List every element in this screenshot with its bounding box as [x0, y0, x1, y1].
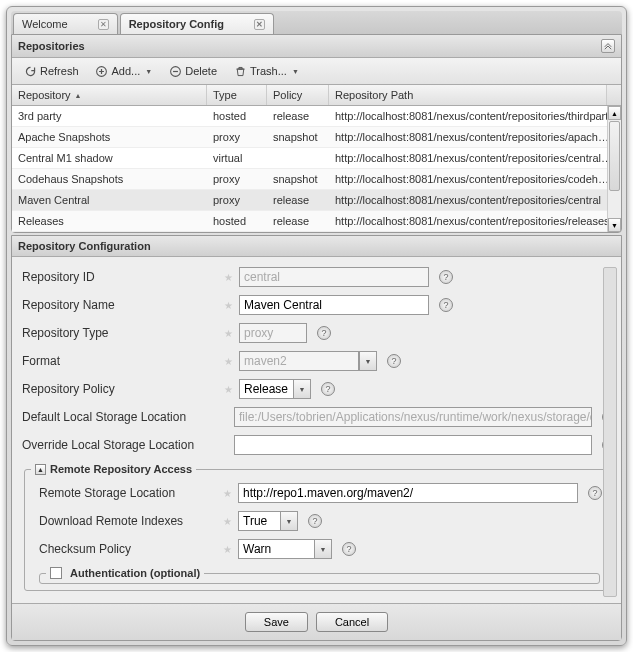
- table-row[interactable]: Apache Snapshotsproxysnapshothttp://loca…: [12, 127, 621, 148]
- tab-label: Repository Config: [129, 18, 224, 30]
- repo-type-label: Repository Type: [22, 326, 218, 340]
- table-row[interactable]: Codehaus Snapshotsproxysnapshothttp://lo…: [12, 169, 621, 190]
- help-icon[interactable]: ?: [342, 542, 356, 556]
- download-indexes-field[interactable]: [238, 511, 280, 531]
- chevron-down-icon[interactable]: ▼: [293, 379, 311, 399]
- auth-checkbox[interactable]: [50, 567, 62, 579]
- table-row[interactable]: Central M1 shadowvirtualhttp://localhost…: [12, 148, 621, 169]
- remote-location-label: Remote Storage Location: [31, 486, 217, 500]
- policy-combo[interactable]: ▼: [239, 379, 311, 399]
- remote-location-field[interactable]: [238, 483, 578, 503]
- required-icon: ★: [224, 356, 233, 367]
- save-button[interactable]: Save: [245, 612, 308, 632]
- toolbar: Refresh Add... ▼ Delete Trash... ▼: [12, 58, 621, 85]
- chevron-down-icon[interactable]: ▼: [280, 511, 298, 531]
- cell-type: proxy: [207, 190, 267, 210]
- panel-title: Repositories: [18, 40, 85, 52]
- delete-icon: [168, 64, 182, 78]
- scroll-down-icon[interactable]: ▼: [608, 218, 621, 232]
- cancel-button[interactable]: Cancel: [316, 612, 388, 632]
- cell-path: http://localhost:8081/nexus/content/repo…: [329, 127, 621, 147]
- format-field: maven2: [239, 351, 359, 371]
- table-row[interactable]: Releaseshostedreleasehttp://localhost:80…: [12, 211, 621, 232]
- cell-type: proxy: [207, 169, 267, 189]
- checksum-field[interactable]: [238, 539, 314, 559]
- refresh-icon: [23, 64, 37, 78]
- policy-label: Repository Policy: [22, 382, 218, 396]
- cell-repo: Central M1 shadow: [12, 148, 207, 168]
- column-policy[interactable]: Policy: [267, 85, 329, 105]
- tab-repository-config[interactable]: Repository Config ✕: [120, 13, 274, 34]
- add-icon: [95, 64, 109, 78]
- chevron-down-icon: ▼: [359, 351, 377, 371]
- repo-name-field[interactable]: [239, 295, 429, 315]
- required-icon: ★: [223, 516, 232, 527]
- trash-icon: [233, 64, 247, 78]
- scrollbar[interactable]: ▲ ▼: [607, 106, 621, 232]
- panel-header: Repository Configuration: [12, 236, 621, 257]
- default-storage-label: Default Local Storage Location: [22, 410, 228, 424]
- chevron-down-icon: ▼: [292, 68, 299, 75]
- cell-type: hosted: [207, 211, 267, 231]
- delete-button[interactable]: Delete: [161, 61, 224, 81]
- button-bar: Save Cancel: [12, 603, 621, 640]
- tab-welcome[interactable]: Welcome ✕: [13, 13, 118, 34]
- collapse-icon[interactable]: ▲: [35, 464, 46, 475]
- required-icon: ★: [224, 300, 233, 311]
- format-combo: maven2 ▼: [239, 351, 377, 371]
- cell-path: http://localhost:8081/nexus/content/repo…: [329, 169, 621, 189]
- column-path[interactable]: Repository Path: [329, 85, 607, 105]
- repositories-grid: Repository ▲ Type Policy Repository Path…: [12, 85, 621, 232]
- cell-policy: release: [267, 211, 329, 231]
- override-storage-field[interactable]: [234, 435, 592, 455]
- checksum-combo[interactable]: ▼: [238, 539, 332, 559]
- close-icon[interactable]: ✕: [254, 19, 265, 30]
- column-repository[interactable]: Repository ▲: [12, 85, 207, 105]
- fieldset-legend: Authentication (optional): [46, 567, 204, 579]
- collapse-icon[interactable]: [601, 39, 615, 53]
- cell-policy: release: [267, 190, 329, 210]
- scroll-thumb[interactable]: [609, 121, 620, 191]
- column-scrollbar-spacer: [607, 85, 621, 105]
- cell-policy: [267, 148, 329, 168]
- format-label: Format: [22, 354, 218, 368]
- tab-label: Welcome: [22, 18, 68, 30]
- close-icon[interactable]: ✕: [98, 19, 109, 30]
- table-row[interactable]: 3rd partyhostedreleasehttp://localhost:8…: [12, 106, 621, 127]
- table-row[interactable]: Maven Centralproxyreleasehttp://localhos…: [12, 190, 621, 211]
- cell-path: http://localhost:8081/nexus/content/repo…: [329, 148, 621, 168]
- checksum-label: Checksum Policy: [31, 542, 217, 556]
- chevron-down-icon: ▼: [145, 68, 152, 75]
- scrollbar[interactable]: [603, 267, 617, 597]
- remote-access-fieldset: ▲ Remote Repository Access Remote Storag…: [24, 463, 609, 591]
- help-icon[interactable]: ?: [439, 298, 453, 312]
- cell-repo: Releases: [12, 211, 207, 231]
- help-icon[interactable]: ?: [588, 486, 602, 500]
- cell-type: virtual: [207, 148, 267, 168]
- override-storage-label: Override Local Storage Location: [22, 438, 228, 452]
- help-icon[interactable]: ?: [317, 326, 331, 340]
- help-icon[interactable]: ?: [308, 514, 322, 528]
- refresh-button[interactable]: Refresh: [16, 61, 86, 81]
- help-icon[interactable]: ?: [439, 270, 453, 284]
- repo-id-field: central: [239, 267, 429, 287]
- policy-field[interactable]: [239, 379, 293, 399]
- trash-button[interactable]: Trash... ▼: [226, 61, 306, 81]
- required-icon: ★: [224, 272, 233, 283]
- column-type[interactable]: Type: [207, 85, 267, 105]
- help-icon[interactable]: ?: [387, 354, 401, 368]
- cell-type: proxy: [207, 127, 267, 147]
- download-indexes-combo[interactable]: ▼: [238, 511, 298, 531]
- repo-id-label: Repository ID: [22, 270, 218, 284]
- fieldset-legend: ▲ Remote Repository Access: [31, 463, 196, 475]
- cell-repo: 3rd party: [12, 106, 207, 126]
- add-button[interactable]: Add... ▼: [88, 61, 160, 81]
- panel-title: Repository Configuration: [18, 240, 151, 252]
- required-icon: ★: [224, 328, 233, 339]
- chevron-down-icon[interactable]: ▼: [314, 539, 332, 559]
- required-icon: ★: [224, 384, 233, 395]
- cell-repo: Maven Central: [12, 190, 207, 210]
- repositories-panel: Repositories Refresh Add... ▼ Delete Tra…: [11, 34, 622, 233]
- help-icon[interactable]: ?: [321, 382, 335, 396]
- scroll-up-icon[interactable]: ▲: [608, 106, 621, 120]
